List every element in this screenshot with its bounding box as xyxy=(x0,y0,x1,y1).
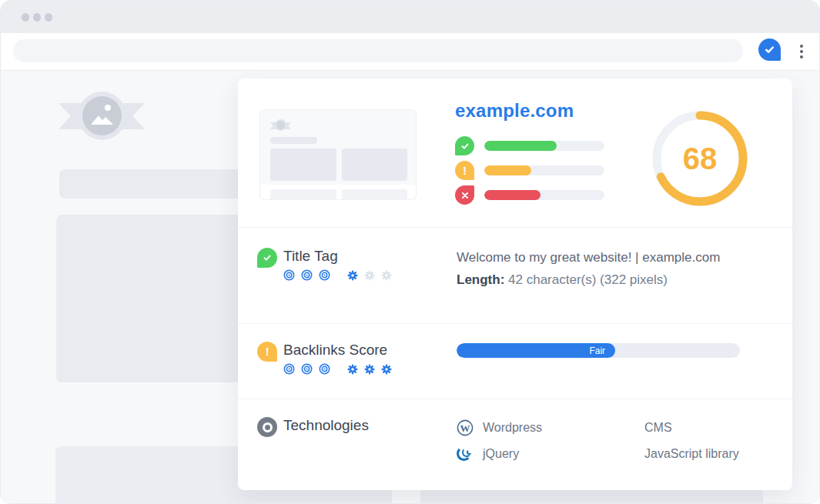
url-bar[interactable] xyxy=(13,39,743,62)
page-thumbnail xyxy=(259,109,417,200)
title-tag-icon-row xyxy=(283,269,392,281)
tech-type: JavaScript library xyxy=(644,447,739,461)
window-control-dot[interactable] xyxy=(45,13,52,22)
title-tag-length: Length: 42 character(s) (322 pixels) xyxy=(457,272,668,288)
cross-icon xyxy=(455,185,474,205)
window-controls[interactable] xyxy=(22,13,52,22)
tech-row: W Wordpress CMS xyxy=(457,419,637,437)
gear-icon xyxy=(381,364,392,375)
tech-row: jQuery JavaScript library xyxy=(457,445,637,463)
backlinks-score-fill: Fair xyxy=(457,343,615,358)
progress-fill xyxy=(484,141,557,151)
gear-icon xyxy=(381,270,392,281)
check-icon xyxy=(257,248,277,268)
backlinks-score-bar: Fair xyxy=(457,343,740,358)
browser-titlebar xyxy=(1,1,819,33)
target-icon xyxy=(283,269,295,281)
svg-text:W: W xyxy=(460,422,470,434)
window-control-dot[interactable] xyxy=(33,13,41,22)
score-value: 68 xyxy=(652,111,748,206)
gear-icon xyxy=(364,270,375,281)
status-row-good xyxy=(455,136,604,155)
domain-title[interactable]: example.com xyxy=(455,100,574,122)
check-icon xyxy=(764,44,775,55)
target-icon xyxy=(319,269,330,281)
tech-name: Wordpress xyxy=(483,421,637,435)
status-row-warning: ! xyxy=(455,161,604,180)
progress-track xyxy=(484,190,604,200)
jquery-icon xyxy=(457,446,474,462)
record-icon xyxy=(257,417,277,437)
seo-popup-card: example.com ! xyxy=(238,78,792,490)
browser-window: example.com ! xyxy=(0,0,820,504)
tech-type: CMS xyxy=(644,421,672,435)
warning-icon: ! xyxy=(257,342,277,362)
skeleton-bar xyxy=(59,169,264,199)
skeleton-block xyxy=(56,215,263,382)
page-content: example.com ! xyxy=(1,70,819,504)
length-value: 42 character(s) (322 pixels) xyxy=(508,272,668,287)
progress-fill xyxy=(484,165,531,175)
wordpress-icon: W xyxy=(457,419,474,436)
target-icon xyxy=(301,269,313,281)
image-placeholder-icon xyxy=(78,92,126,140)
gear-icon xyxy=(347,270,358,281)
status-row-error xyxy=(455,185,604,205)
check-icon xyxy=(455,136,474,155)
target-icon xyxy=(283,363,295,375)
window-control-dot[interactable] xyxy=(22,13,29,22)
gear-icon xyxy=(364,364,375,375)
progress-track xyxy=(484,141,604,151)
target-icon xyxy=(301,363,313,375)
section-backlinks-heading: Backlinks Score xyxy=(283,342,387,359)
backlinks-rating-label: Fair xyxy=(589,345,605,356)
warning-icon: ! xyxy=(455,161,474,180)
backlinks-icon-row xyxy=(283,363,392,375)
progress-fill xyxy=(484,190,541,200)
browser-toolbar xyxy=(1,33,819,70)
progress-track xyxy=(484,165,604,175)
seo-extension-icon[interactable] xyxy=(758,38,781,61)
target-icon xyxy=(319,363,330,375)
section-title-tag-heading: Title Tag xyxy=(283,248,338,265)
section-technologies-heading: Technologies xyxy=(283,417,369,434)
title-tag-value: Welcome to my great website! | example.c… xyxy=(457,250,720,265)
score-gauge: 68 xyxy=(652,111,748,206)
gear-icon xyxy=(347,364,358,375)
tech-name: jQuery xyxy=(483,447,637,461)
browser-menu-icon[interactable] xyxy=(796,42,807,61)
length-label: Length: xyxy=(457,272,504,287)
